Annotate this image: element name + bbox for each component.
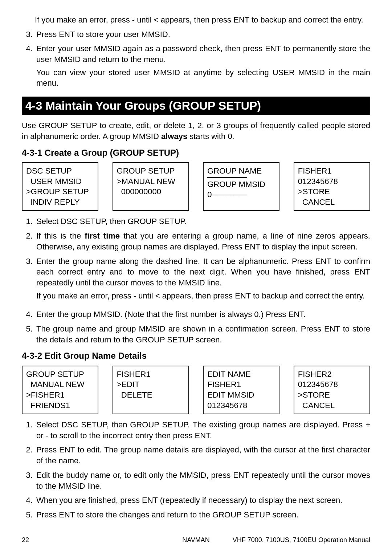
screen-line: GROUP NAME [207,166,275,176]
screen-group-list: GROUP SETUP MANUAL NEW >FISHER1 FRIENDS1 [22,366,98,414]
s431-step3b: If you make an error, press - until < ap… [36,290,370,301]
section-4-3-2-heading: 4-3-2 Edit Group Name Details [22,350,370,362]
screen-edit-name: EDIT NAME FISHER1 EDIT MMSID 012345678 [203,366,279,414]
intro-text-bold: always [161,132,187,141]
intro-text-b: starts with 0. [187,132,234,141]
section-4-3-1-heading: 4-3-1 Create a Group (GROUP SETUP) [22,147,370,159]
screen-fisher2-store: FISHER2 012345678 >STORE CANCEL [294,366,370,414]
top-step-4: Enter your user MMSID again as a passwor… [35,43,370,89]
s431-step2bold: first time [85,231,120,240]
screens-431: DSC SETUP USER MMSID >GROUP SETUP INDIV … [22,162,370,211]
s431-step3a: Enter the group name along the dashed li… [36,257,370,287]
screen-fisher1-edit: FISHER1 >EDIT DELETE [113,366,189,414]
s432-step3: Edit the buddy name or, to edit only the… [35,470,370,491]
section-4-3-intro: Use GROUP SETUP to create, edit, or dele… [22,120,370,142]
screen-fisher1-store: FISHER1 012345678 >STORE CANCEL [294,162,370,211]
divider [207,177,247,178]
screen-line: GROUP MMSID [207,179,275,190]
screen-group-name: GROUP NAME GROUP MMSID 0–––––––– [203,162,279,211]
top-step-3: Press ENT to store your user MMSID. [35,29,370,40]
s431-step5: The group name and group MMSID are shown… [35,324,370,345]
screen-dsc-setup: DSC SETUP USER MMSID >GROUP SETUP INDIV … [22,162,98,211]
page-footer: 22 NAVMAN VHF 7000, 7100US, 7100EU Opera… [22,536,370,544]
s432-step2: Press ENT to edit. The group name detail… [35,444,370,466]
s432-step5: Press ENT to store the changes and retur… [35,509,370,520]
s432-step4: When you are finished, press ENT (repeat… [35,495,370,506]
screens-432: GROUP SETUP MANUAL NEW >FISHER1 FRIENDS1… [22,366,370,414]
top-error-tip: If you make an error, press - until < ap… [35,15,370,25]
s431-step4: Enter the group MMSID. (Note that the fi… [35,309,370,320]
top-step-4a: Enter your user MMSID again as a passwor… [36,44,370,64]
top-step-4b: You can view your stored user MMSID at a… [36,67,370,89]
footer-brand: NAVMAN [22,536,370,544]
section-4-3-heading: 4-3 Maintain Your Groups (GROUP SETUP) [22,97,370,115]
screen-line: 0–––––––– [207,190,275,200]
s431-step2a: If this is the [36,231,85,240]
s431-step3: Enter the group name along the dashed li… [35,256,370,301]
s431-step2: If this is the first time that you are e… [35,231,370,252]
screen-group-setup: GROUP SETUP >MANUAL NEW 000000000 [113,162,189,211]
s431-step1: Select DSC SETUP, then GROUP SETUP. [35,216,370,227]
s432-step1: Select DSC SETUP, then GROUP SETUP. The … [35,419,370,441]
